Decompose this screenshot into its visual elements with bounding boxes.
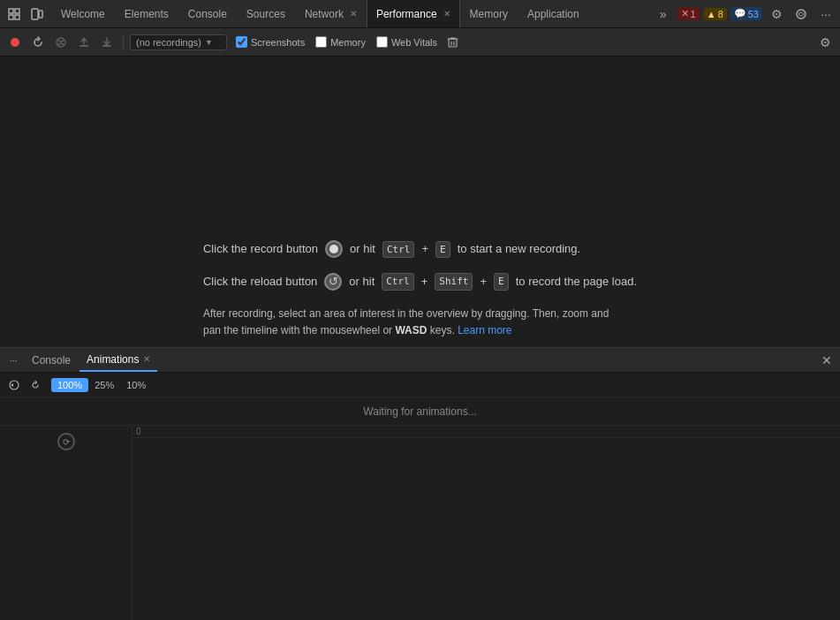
instruction2-pre: Click the reload button xyxy=(203,273,317,291)
plus1: + xyxy=(421,240,428,259)
speed-10-button[interactable]: 10% xyxy=(120,378,152,392)
instruction2-mid: or hit xyxy=(349,273,375,291)
plus3: + xyxy=(480,273,487,291)
instructions-container: Click the record button or hit Ctrl + E … xyxy=(203,240,637,339)
tab-welcome[interactable]: Welcome xyxy=(51,0,115,27)
drawer-animations-close-icon[interactable]: ✕ xyxy=(143,354,150,364)
shift-key: Shift xyxy=(435,273,473,291)
drawer-more-button[interactable]: ··· xyxy=(4,351,23,370)
tab-performance[interactable]: Performance ✕ xyxy=(367,0,460,27)
tab-memory[interactable]: Memory xyxy=(460,0,518,27)
tab-application[interactable]: Application xyxy=(518,0,589,27)
svg-rect-2 xyxy=(9,15,13,19)
anim-timeline-icon: ⟳ xyxy=(57,433,75,450)
inspect-element-icon[interactable] xyxy=(4,4,25,25)
svg-rect-10 xyxy=(102,45,111,47)
recordings-dropdown[interactable]: (no recordings) ▼ xyxy=(130,34,227,50)
clear-button[interactable] xyxy=(51,33,71,52)
trash-icon[interactable] xyxy=(443,33,462,52)
web-vitals-checkbox[interactable]: Web Vitals xyxy=(376,36,437,48)
screenshots-label: Screenshots xyxy=(251,37,305,48)
error-count: 1 xyxy=(691,9,696,19)
waiting-message: Waiting for animations... xyxy=(0,397,840,426)
anim-main: 0 xyxy=(132,426,840,620)
svg-rect-9 xyxy=(79,45,88,47)
tab-network-label: Network xyxy=(305,8,344,20)
drawer-tab-animations[interactable]: Animations ✕ xyxy=(79,348,157,372)
reload-record-button[interactable] xyxy=(28,33,48,52)
tab-network[interactable]: Network ✕ xyxy=(295,0,367,27)
devtools-icons xyxy=(4,4,48,25)
tab-elements-label: Elements xyxy=(125,8,169,20)
drawer-tab-console[interactable]: Console xyxy=(25,348,78,372)
tab-performance-label: Performance xyxy=(376,8,437,20)
svg-rect-3 xyxy=(15,15,19,19)
ctrl-key2: Ctrl xyxy=(382,273,414,291)
drawer-tab-bar: ··· Console Animations ✕ ✕ xyxy=(0,348,840,373)
record-button[interactable] xyxy=(5,33,25,52)
wasd-keys: WASD xyxy=(395,324,427,336)
tab-sources[interactable]: Sources xyxy=(237,0,295,27)
e-key1: E xyxy=(435,241,450,259)
tab-console[interactable]: Console xyxy=(178,0,237,27)
comment-icon: 💬 xyxy=(734,8,746,19)
more-options-icon[interactable]: ··· xyxy=(815,4,836,25)
animations-replay-icon[interactable] xyxy=(26,376,44,394)
error-badge[interactable]: ✕ 1 xyxy=(677,7,700,20)
tab-network-close[interactable]: ✕ xyxy=(350,9,357,19)
anim-timeline-header: ⟳ xyxy=(57,433,75,450)
memory-checkbox[interactable]: Memory xyxy=(315,36,366,48)
tab-performance-close[interactable]: ✕ xyxy=(443,9,450,19)
animations-toolbar: 100% 25% 10% xyxy=(0,373,840,397)
drawer-close-button[interactable]: ✕ xyxy=(817,351,836,370)
download-profile-button[interactable] xyxy=(97,33,117,52)
tab-sources-label: Sources xyxy=(246,8,285,20)
speed-100-button[interactable]: 100% xyxy=(51,378,88,392)
animations-pause-all-icon[interactable] xyxy=(5,376,23,394)
upload-profile-button[interactable] xyxy=(74,33,94,52)
instruction1-post: to start a new recording. xyxy=(458,240,580,259)
record-dot xyxy=(329,245,338,253)
ruler-zero: 0 xyxy=(136,427,141,436)
e-key2: E xyxy=(494,273,509,291)
tab-console-label: Console xyxy=(188,8,227,20)
bottom-drawer: ··· Console Animations ✕ ✕ 100% 25% 10% xyxy=(0,347,840,620)
anim-sidebar: ⟳ xyxy=(0,426,132,620)
tab-welcome-label: Welcome xyxy=(61,8,105,20)
svg-rect-5 xyxy=(39,11,42,18)
ctrl-key: Ctrl xyxy=(382,241,415,259)
settings-icon[interactable]: ⚙ xyxy=(766,4,787,25)
plus2: + xyxy=(421,273,428,291)
drawer-console-label: Console xyxy=(32,354,71,367)
device-mode-icon[interactable] xyxy=(26,4,48,25)
screenshots-checkbox[interactable]: Screenshots xyxy=(236,36,305,48)
svg-rect-4 xyxy=(32,9,38,19)
warn-count: 8 xyxy=(718,9,723,19)
more-tabs-icon[interactable]: » xyxy=(653,4,674,25)
toolbar-divider xyxy=(123,34,124,50)
tab-elements[interactable]: Elements xyxy=(115,0,178,27)
keys-label: keys. xyxy=(427,324,458,336)
learn-more-link[interactable]: Learn more xyxy=(458,324,511,336)
instruction-record: Click the record button or hit Ctrl + E … xyxy=(203,240,637,259)
instruction1-pre: Click the record button xyxy=(203,240,318,259)
instruction2-post: to record the page load. xyxy=(516,273,637,291)
recordings-label: (no recordings) xyxy=(136,37,201,48)
reload-button-icon: ↺ xyxy=(324,273,342,291)
instruction-note: After recording, select an area of inter… xyxy=(203,306,627,339)
performance-toolbar: (no recordings) ▼ Screenshots Memory Web… xyxy=(0,28,840,57)
memory-label: Memory xyxy=(330,37,366,48)
remote-devices-icon[interactable] xyxy=(791,4,812,25)
svg-rect-0 xyxy=(9,9,13,13)
info-count: 53 xyxy=(748,9,759,19)
capture-settings-icon[interactable]: ⚙ xyxy=(815,33,835,52)
instruction1-mid: or hit xyxy=(350,240,375,259)
animation-area: ⟳ 0 xyxy=(0,426,840,620)
warn-icon: ▲ xyxy=(707,9,716,19)
warn-badge[interactable]: ▲ 8 xyxy=(703,8,727,20)
top-tab-bar: Welcome Elements Console Sources Network… xyxy=(0,0,840,28)
record-button-icon xyxy=(325,240,343,258)
speed-25-button[interactable]: 25% xyxy=(88,378,120,392)
checkboxes: Screenshots Memory Web Vitals xyxy=(236,36,437,48)
info-badge[interactable]: 💬 53 xyxy=(730,7,762,20)
